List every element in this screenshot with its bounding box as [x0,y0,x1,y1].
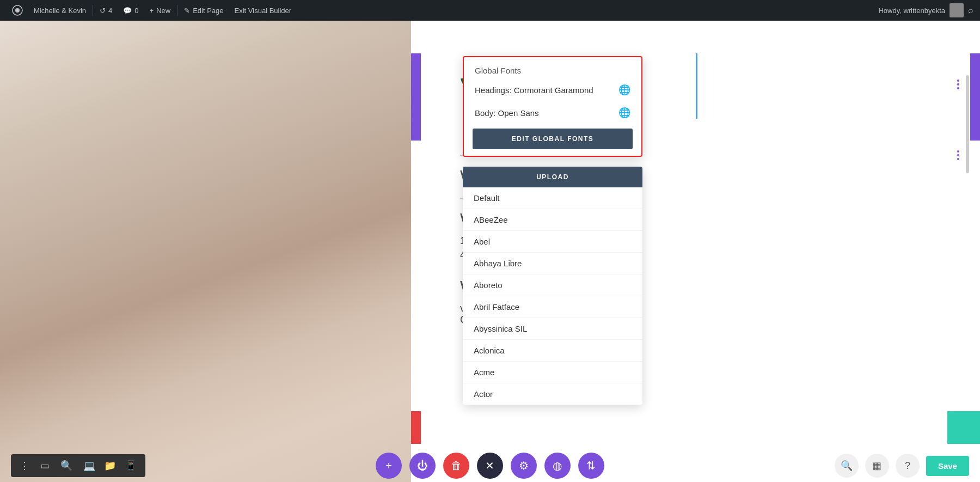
comments-icon: 💬 [123,7,132,15]
close-button[interactable]: ✕ [477,453,503,479]
comments-item[interactable]: 💬 0 [118,0,144,21]
toolbar-right: 🔍 ▦ ? Save [835,454,969,478]
font-list-panel: UPLOAD DefaultABeeZeeAbelAbhaya LibreAbo… [463,167,642,405]
headings-font-label: Headings: Cormorant Garamond [475,86,593,95]
edit-global-fonts-button[interactable]: EDIT GLOBAL FONTS [473,129,633,149]
pencil-icon: ✎ [184,7,190,15]
mobile-icon[interactable]: 📱 [125,460,137,472]
dots-grid-icon[interactable]: ⋮ [20,460,29,472]
tablet-icon[interactable]: 📁 [104,460,116,472]
body-font-row: Body: Open Sans 🌐 [464,101,641,124]
edit-page-item[interactable]: ✎ Edit Page [179,0,229,21]
hands-image [0,21,411,482]
blue-vertical-line [696,53,697,119]
bottom-toolbar: ⋮ ▭ 🔍 💻 📁 📱 + ⏻ 🗑 ✕ ⚙ ◍ ⇅ 🔍 ▦ ? Save [0,449,980,482]
desktop-icon[interactable]: 💻 [83,460,95,472]
user-greeting: Howdy, writtenbyekta [878,7,945,15]
help-button[interactable]: ? [896,454,920,478]
headings-globe-icon[interactable]: 🌐 [618,84,630,96]
search-icon[interactable]: ⌕ [968,5,973,15]
topbar-right: Howdy, writtenbyekta ⌕ [878,3,973,17]
search-toolbar-button[interactable]: 🔍 [835,454,859,478]
body-globe-icon[interactable]: 🌐 [618,107,630,119]
responsive-button[interactable]: ⇅ [578,453,604,479]
settings-button[interactable]: ⚙ [511,453,537,479]
history-button[interactable]: ◍ [544,453,571,479]
upload-button[interactable]: UPLOAD [463,167,642,187]
three-dot-menu-1[interactable] [953,75,964,94]
scrollbar[interactable] [966,75,969,173]
font-list-item[interactable]: Aboreto [463,274,642,296]
device-icons: 💻 📁 📱 [83,460,137,472]
top-bar: Michelle & Kevin ↺ 4 💬 0 + New ✎ Edit Pa… [0,0,980,21]
purple-accent-left [411,53,421,141]
font-list-item[interactable]: Abhaya Libre [463,253,642,274]
canvas: Jo Kr Wh Wh 12, 2025 4:00pm Wh vi Avenue… [0,21,980,482]
exit-builder-item[interactable]: Exit Visual Builder [229,0,297,21]
font-list-item[interactable]: Abril Fatface [463,296,642,318]
toolbar-left: ⋮ ▭ 🔍 💻 📁 📱 [11,454,145,477]
add-module-button[interactable]: + [376,453,402,479]
toolbar-center: + ⏻ 🗑 ✕ ⚙ ◍ ⇅ [376,453,604,479]
new-item[interactable]: + New [144,0,176,21]
delete-button[interactable]: 🗑 [443,453,469,479]
font-list-item[interactable]: Actor [463,383,642,405]
plus-icon: + [150,7,154,15]
save-button[interactable]: Save [926,456,969,476]
layout-icon[interactable]: ▭ [40,460,50,472]
separator [93,5,93,16]
three-dot-menu-2[interactable] [953,146,964,164]
font-list-item[interactable]: Default [463,187,642,209]
layers-button[interactable]: ▦ [865,454,889,478]
separator2 [177,5,177,16]
avatar[interactable] [950,3,964,17]
global-fonts-header: Global Fonts [464,57,641,78]
svg-point-1 [15,8,20,13]
wordpress-logo[interactable] [7,0,28,21]
font-list-item[interactable]: Aclonica [463,340,642,362]
body-font-label: Body: Open Sans [475,108,539,118]
font-list-item[interactable]: Abel [463,231,642,253]
font-list: DefaultABeeZeeAbelAbhaya LibreAboretoAbr… [463,187,642,405]
teal-accent [947,411,980,444]
headings-font-row: Headings: Cormorant Garamond 🌐 [464,78,641,101]
hero-image [0,21,411,482]
power-button[interactable]: ⏻ [409,453,436,479]
font-list-item[interactable]: Abyssinica SIL [463,318,642,340]
site-name[interactable]: Michelle & Kevin [28,0,91,21]
font-list-item[interactable]: Acme [463,362,642,383]
search-content-icon[interactable]: 🔍 [60,460,72,472]
revisions-icon: ↺ [100,7,106,15]
revisions-item[interactable]: ↺ 4 [94,0,118,21]
global-fonts-panel: Global Fonts Headings: Cormorant Garamon… [463,56,642,157]
purple-accent-right [970,53,980,141]
font-list-item[interactable]: ABeeZee [463,209,642,231]
red-accent [411,411,421,444]
